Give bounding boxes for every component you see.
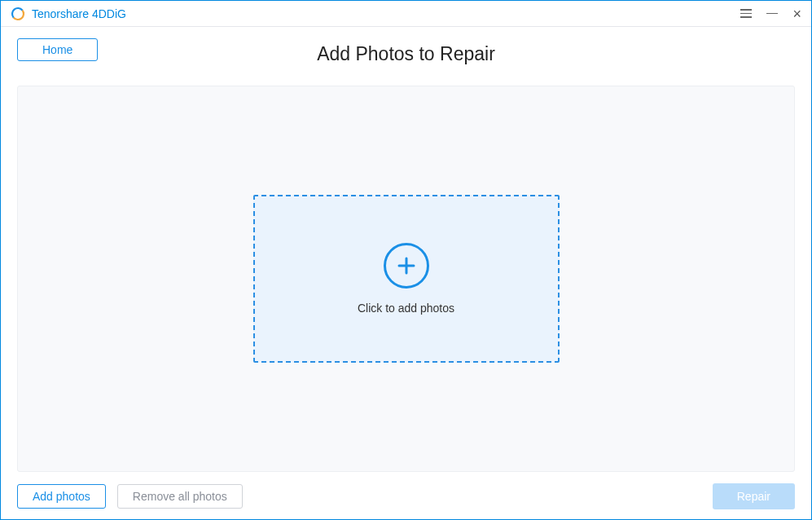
close-icon[interactable]: × [792, 7, 801, 21]
app-logo-icon [11, 7, 25, 21]
title-bar-left: Tenorshare 4DDiG [11, 7, 126, 21]
header-row: Home Add Photos to Repair [17, 38, 795, 74]
dropzone-text: Click to add photos [358, 302, 454, 315]
home-button[interactable]: Home [17, 38, 98, 61]
content-area: Home Add Photos to Repair Click to add p… [1, 27, 811, 519]
add-photos-dropzone[interactable]: Click to add photos [253, 195, 560, 363]
page-title: Add Photos to Repair [17, 38, 795, 65]
plus-icon [384, 243, 429, 289]
repair-button[interactable]: Repair [713, 483, 795, 509]
title-bar-controls: × [740, 7, 801, 21]
app-title: Tenorshare 4DDiG [32, 7, 126, 20]
add-photos-button[interactable]: Add photos [17, 484, 106, 509]
remove-all-photos-button[interactable]: Remove all photos [117, 484, 243, 509]
main-panel: Click to add photos [17, 86, 795, 472]
minimize-icon[interactable] [766, 13, 778, 15]
footer-row: Add photos Remove all photos Repair [17, 472, 795, 509]
title-bar: Tenorshare 4DDiG × [1, 1, 811, 27]
menu-icon[interactable] [740, 9, 752, 18]
